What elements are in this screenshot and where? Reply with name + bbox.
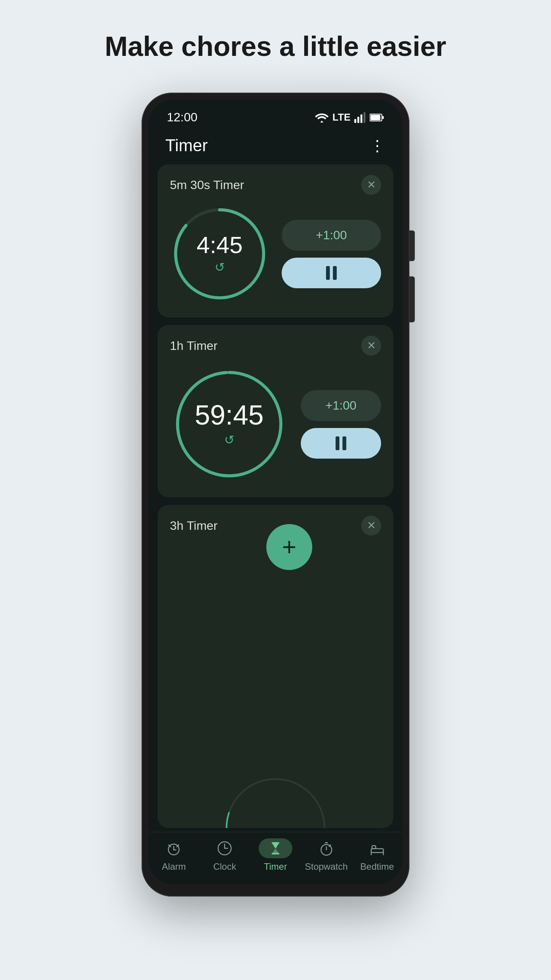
add-timer-fab[interactable]: + xyxy=(266,524,312,570)
svg-rect-2 xyxy=(360,114,362,123)
timer-2-display: 59:45 xyxy=(195,401,264,429)
close-icon: ✕ xyxy=(367,180,376,190)
timer-2-reset-icon[interactable]: ↺ xyxy=(224,433,235,447)
timer-1-close-button[interactable]: ✕ xyxy=(361,175,381,195)
timer-3-label: 3h Timer xyxy=(170,519,217,533)
clock-icon xyxy=(217,840,233,856)
svg-rect-30 xyxy=(372,846,376,849)
pause-bar-1 xyxy=(326,266,330,280)
page-headline: Make chores a little easier xyxy=(105,31,446,62)
timer-1-circle[interactable]: 4:45 ↺ xyxy=(170,204,269,304)
signal-icon xyxy=(354,112,366,123)
close-icon-3: ✕ xyxy=(367,520,376,531)
svg-rect-25 xyxy=(325,842,328,843)
nav-item-stopwatch[interactable]: Stopwatch xyxy=(301,838,352,872)
svg-point-12 xyxy=(227,779,324,828)
timer-1-buttons: +1:00 xyxy=(282,220,381,288)
pause-bar-3 xyxy=(336,436,339,450)
scroll-content: 5m 30s Timer ✕ 4:45 xyxy=(148,164,403,832)
app-bar: Timer ⋮ xyxy=(148,128,403,164)
more-menu-button[interactable]: ⋮ xyxy=(370,137,386,154)
clock-icon-wrap xyxy=(208,838,241,858)
bedtime-icon xyxy=(369,840,385,856)
lte-icon: LTE xyxy=(333,111,350,123)
add-icon: + xyxy=(282,535,296,559)
bedtime-icon-wrap xyxy=(360,838,394,858)
timer-1-label: 5m 30s Timer xyxy=(170,178,244,192)
svg-rect-1 xyxy=(357,117,359,123)
timer-1-add-time-button[interactable]: +1:00 xyxy=(282,220,381,251)
timer-1-reset-icon[interactable]: ↺ xyxy=(215,260,225,274)
alarm-icon-wrap xyxy=(157,838,191,858)
pause-icon xyxy=(326,266,337,280)
svg-rect-22 xyxy=(272,853,279,854)
status-icons: LTE xyxy=(315,111,384,123)
timer-2-circle-inner: 59:45 ↺ xyxy=(170,365,289,483)
stopwatch-icon-wrap xyxy=(310,838,343,858)
timer-card-2: 1h Timer ✕ 59:45 ↺ xyxy=(158,325,393,497)
phone-inner: 12:00 LTE xyxy=(148,100,403,884)
timer-1-pause-button[interactable] xyxy=(282,258,381,288)
status-time: 12:00 xyxy=(167,110,197,124)
nav-item-timer[interactable]: Timer xyxy=(250,838,301,872)
status-bar: 12:00 LTE xyxy=(148,100,403,128)
app-title: Timer xyxy=(165,136,208,155)
timer-3-arc-svg xyxy=(158,767,393,828)
stopwatch-nav-label: Stopwatch xyxy=(305,861,348,872)
timer-1-display: 4:45 xyxy=(197,233,243,257)
clock-nav-label: Clock xyxy=(213,861,236,872)
svg-rect-5 xyxy=(370,115,380,120)
timer-2-add-time-button[interactable]: +1:00 xyxy=(301,390,381,421)
pause-bar-2 xyxy=(333,266,337,280)
timer-2-close-button[interactable]: ✕ xyxy=(361,336,381,356)
timer-1-circle-inner: 4:45 ↺ xyxy=(170,204,269,304)
timer-2-circle[interactable]: 59:45 ↺ xyxy=(170,365,289,483)
svg-rect-0 xyxy=(354,119,356,123)
timer-card-1: 5m 30s Timer ✕ 4:45 xyxy=(158,164,393,317)
stopwatch-icon xyxy=(318,840,334,856)
svg-point-11 xyxy=(227,779,324,828)
pause-bar-4 xyxy=(342,436,346,450)
alarm-icon xyxy=(166,840,182,856)
timer-nav-icon xyxy=(267,840,284,856)
nav-item-bedtime[interactable]: Bedtime xyxy=(352,838,403,872)
wifi-icon xyxy=(315,112,329,123)
phone-shell: 12:00 LTE xyxy=(142,93,409,897)
timer-icon-wrap xyxy=(259,838,292,858)
timer-2-pause-button[interactable] xyxy=(301,428,381,459)
svg-rect-6 xyxy=(382,116,384,119)
timer-2-label: 1h Timer xyxy=(170,339,217,353)
timer-3-close-button[interactable]: ✕ xyxy=(361,516,381,536)
nav-item-alarm[interactable]: Alarm xyxy=(148,838,199,872)
timer-nav-label: Timer xyxy=(264,861,287,872)
timer-3-arc xyxy=(158,767,393,828)
svg-rect-27 xyxy=(371,849,383,853)
bedtime-nav-label: Bedtime xyxy=(360,861,394,872)
svg-rect-21 xyxy=(272,842,279,844)
timer-card-2-header: 1h Timer ✕ xyxy=(170,336,381,356)
bottom-nav: Alarm Clock xyxy=(148,832,403,884)
svg-rect-3 xyxy=(364,112,365,123)
timer-1-body: 4:45 ↺ +1:00 xyxy=(170,204,381,304)
timer-card-3: 3h Timer ✕ + xyxy=(158,505,393,828)
nav-item-clock[interactable]: Clock xyxy=(199,838,250,872)
battery-icon xyxy=(370,113,384,122)
pause-icon-2 xyxy=(336,436,346,450)
timer-card-1-header: 5m 30s Timer ✕ xyxy=(170,175,381,195)
alarm-nav-label: Alarm xyxy=(162,861,186,872)
timer-2-buttons: +1:00 xyxy=(301,390,381,459)
close-icon-2: ✕ xyxy=(367,340,376,351)
timer-2-body: 59:45 ↺ +1:00 xyxy=(170,365,381,483)
